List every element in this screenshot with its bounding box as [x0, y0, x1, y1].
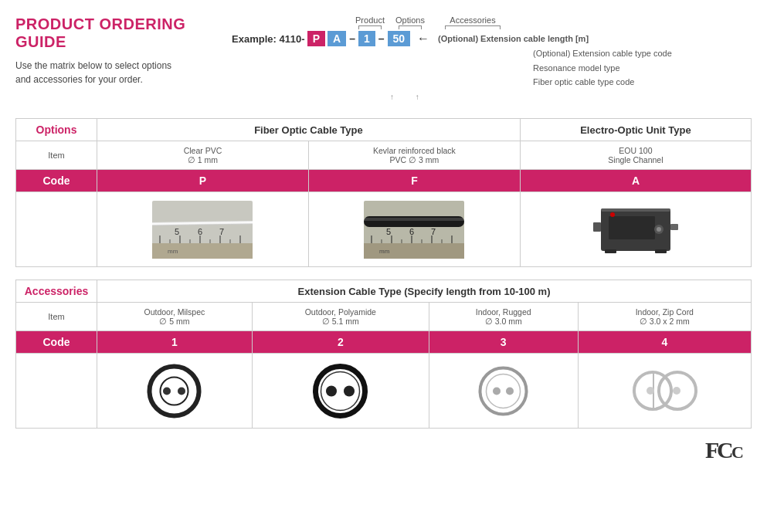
options-col2-item: Kevlar reinforced blackPVC ∅ 3 mm — [308, 141, 520, 170]
label-accessories: Accessories — [450, 15, 495, 25]
desc2: (Optional) Extension cable type code — [533, 46, 752, 61]
extension-cable-header: Extension Cable Type (Specify length fro… — [97, 280, 752, 303]
svg-point-52 — [344, 385, 355, 396]
accessories-image-row — [16, 354, 752, 429]
subtitle: Use the matrix below to select options a… — [15, 59, 201, 86]
options-col3-channel: Single Channel — [608, 155, 663, 164]
options-image-thin-cable: 5 6 7 mm — [97, 192, 309, 267]
svg-point-55 — [493, 387, 501, 395]
acc-image-2 — [252, 354, 429, 429]
code-1-box: 1 — [358, 31, 375, 46]
acc-image-empty — [16, 354, 97, 429]
arrow-indicator: ← — [417, 32, 429, 46]
options-col2-diam: PVC ∅ 3 mm — [390, 155, 439, 164]
fcc-container: F C C — [15, 436, 752, 468]
code-50-box: 50 — [388, 31, 411, 46]
dash1: – — [349, 32, 355, 45]
acc-code-1: 1 — [97, 331, 253, 354]
svg-text:7: 7 — [219, 227, 224, 236]
svg-point-64 — [673, 387, 680, 395]
svg-point-63 — [647, 387, 654, 395]
svg-point-54 — [487, 374, 521, 408]
options-image-empty — [16, 192, 97, 267]
subtitle-line1: Use the matrix below to select options — [15, 60, 171, 71]
eou-header: Electro-Optic Unit Type — [520, 119, 751, 141]
acc-image-1 — [97, 354, 253, 429]
svg-point-40 — [610, 212, 615, 217]
svg-point-56 — [506, 387, 514, 395]
fcc-logo: F C C — [705, 436, 744, 468]
subtitle-line2: and accessories for your order. — [15, 74, 143, 85]
cable-1-svg — [145, 362, 203, 420]
options-col1-diam: ∅ 1 mm — [188, 155, 218, 164]
accessories-item-label: Item — [16, 303, 97, 331]
acc-col3-item: Indoor, Rugged∅ 3.0 mm — [429, 303, 578, 331]
svg-point-47 — [163, 387, 171, 395]
dash2: – — [378, 32, 385, 45]
options-item-row: Item Clear PVC∅ 1 mm Kevlar reinforced b… — [16, 141, 752, 170]
accessories-code-label: Code — [16, 331, 97, 354]
desc-lines: (Optional) Extension cable length [m] — [438, 32, 589, 46]
tables-container: Options Fiber Optic Cable Type Electro-O… — [15, 118, 752, 429]
svg-rect-43 — [605, 249, 616, 253]
acc-col4-item: Indoor, Zip Cord∅ 3.0 x 2 mm — [578, 303, 751, 331]
svg-text:C: C — [717, 437, 733, 463]
left-header: PRODUCT ORDERING GUIDE Use the matrix be… — [15, 15, 201, 86]
svg-rect-42 — [593, 222, 601, 232]
fcc-logo-svg: F C C — [705, 436, 744, 463]
svg-text:mm: mm — [168, 248, 178, 255]
desc1: (Optional) Extension cable length [m] — [438, 32, 589, 46]
code-p-box: P — [307, 31, 325, 46]
accessories-code-row: Code 1 2 3 4 — [16, 331, 752, 354]
svg-point-51 — [326, 385, 337, 396]
svg-rect-41 — [670, 224, 678, 230]
desc4: Fiber optic cable type code — [533, 75, 752, 90]
svg-rect-34 — [364, 218, 464, 221]
acc-image-4 — [578, 354, 751, 429]
options-code-a: A — [520, 170, 751, 192]
options-col3-item: EOU 100Single Channel — [520, 141, 751, 170]
page-title: PRODUCT ORDERING GUIDE — [15, 15, 201, 51]
diagram-section: Product Options Accessories Example: 411… — [232, 15, 752, 103]
options-code-f: F — [308, 170, 520, 192]
options-item-label: Item — [16, 141, 97, 170]
example-row: Example: 4110- P A – 1 – 50 ← (Optional)… — [232, 31, 752, 46]
label-product: Product — [355, 15, 385, 25]
accessories-item-row: Item Outdoor, Milspec∅ 5 mm Outdoor, Pol… — [16, 303, 752, 331]
cable-4-svg — [630, 366, 699, 416]
options-col1-item: Clear PVC∅ 1 mm — [97, 141, 309, 170]
svg-text:C: C — [731, 442, 743, 462]
options-image-thick-cable: 5 6 7 mm — [308, 192, 520, 267]
options-code-row: Code P F A — [16, 170, 752, 192]
options-table: Options Fiber Optic Cable Type Electro-O… — [15, 118, 752, 267]
thin-cable-svg: 5 6 7 mm — [152, 201, 253, 259]
eou-svg — [589, 201, 682, 259]
svg-text:7: 7 — [431, 227, 436, 236]
acc-code-3: 3 — [429, 331, 578, 354]
svg-rect-36 — [601, 208, 670, 212]
acc-col2-item: Outdoor, Polyamide∅ 5.1 mm — [252, 303, 429, 331]
svg-text:6: 6 — [409, 227, 414, 236]
svg-point-49 — [316, 366, 365, 415]
thick-cable-svg: 5 6 7 mm — [364, 201, 464, 259]
acc-code-4: 4 — [578, 331, 751, 354]
options-image-eou — [520, 192, 751, 267]
svg-rect-37 — [609, 216, 655, 239]
extra-desc: (Optional) Extension cable type code Res… — [533, 46, 752, 90]
svg-point-45 — [150, 366, 199, 415]
svg-text:6: 6 — [198, 227, 202, 236]
svg-text:5: 5 — [386, 227, 391, 236]
options-header-cell: Options — [16, 119, 97, 141]
acc-col1-item: Outdoor, Milspec∅ 5 mm — [97, 303, 253, 331]
code-a-box: A — [328, 31, 346, 46]
vertical-annotations: ↑ ↑ — [390, 91, 752, 103]
svg-text:mm: mm — [379, 248, 390, 255]
cable-3-svg — [474, 362, 532, 420]
label-options: Options — [395, 15, 425, 25]
svg-point-39 — [657, 227, 661, 232]
svg-rect-44 — [655, 249, 667, 253]
header-section: PRODUCT ORDERING GUIDE Use the matrix be… — [15, 15, 752, 103]
cable-2-svg — [311, 362, 369, 420]
options-code-label: Code — [16, 170, 97, 192]
fiber-optic-header: Fiber Optic Cable Type — [97, 119, 521, 141]
